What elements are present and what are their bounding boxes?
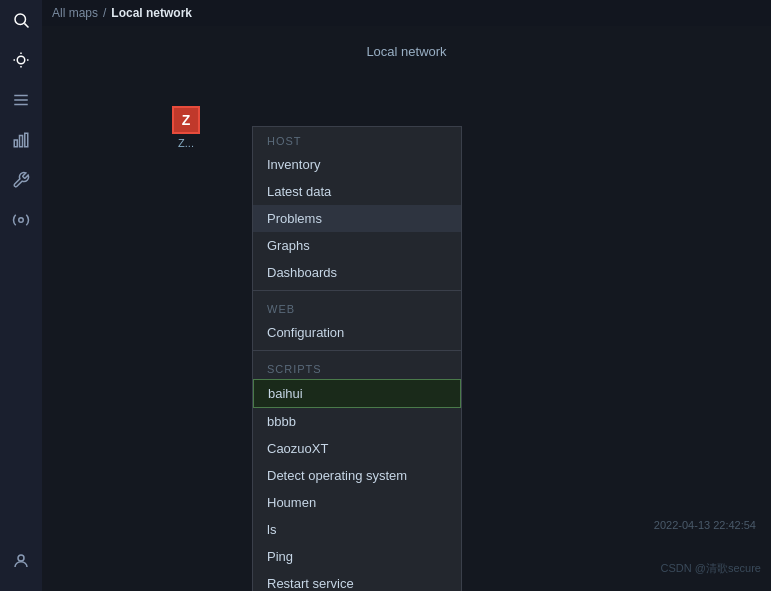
breadcrumb-separator: / xyxy=(103,6,106,20)
menu-item-houmen[interactable]: Houmen xyxy=(253,489,461,516)
svg-point-0 xyxy=(15,14,26,25)
sidebar-bottom xyxy=(0,541,42,581)
menu-item-latest-data[interactable]: Latest data xyxy=(253,178,461,205)
menu-item-ls[interactable]: ls xyxy=(253,516,461,543)
breadcrumb-current: Local network xyxy=(111,6,192,20)
main-area: Local network Z Z... HOST Inventory Late… xyxy=(42,26,771,591)
sidebar-item-charts[interactable] xyxy=(0,120,42,160)
menu-item-graphs[interactable]: Graphs xyxy=(253,232,461,259)
breadcrumb: All maps / Local network xyxy=(52,6,192,20)
web-section-header: Web xyxy=(253,295,461,319)
sidebar-item-list[interactable] xyxy=(0,80,42,120)
context-menu: HOST Inventory Latest data Problems Grap… xyxy=(252,126,462,591)
map-timestamp: 2022-04-13 22:42:54 xyxy=(654,519,756,531)
topbar: All maps / Local network xyxy=(42,0,771,26)
menu-item-problems[interactable]: Problems xyxy=(253,205,461,232)
sidebar-item-config[interactable] xyxy=(0,160,42,200)
svg-line-1 xyxy=(24,23,28,27)
sidebar-item-search[interactable] xyxy=(0,0,42,40)
sidebar xyxy=(0,0,42,591)
sidebar-item-monitoring[interactable] xyxy=(0,40,42,80)
svg-rect-6 xyxy=(14,140,17,147)
svg-point-10 xyxy=(18,555,24,561)
menu-item-restart-service[interactable]: Restart service xyxy=(253,570,461,591)
svg-point-2 xyxy=(17,56,25,64)
menu-item-bbbb[interactable]: bbbb xyxy=(253,408,461,435)
node-icon: Z xyxy=(172,106,200,134)
menu-divider-1 xyxy=(253,290,461,291)
menu-item-dashboards[interactable]: Dashboards xyxy=(253,259,461,286)
menu-item-configuration[interactable]: Configuration xyxy=(253,319,461,346)
menu-divider-2 xyxy=(253,350,461,351)
sidebar-item-user[interactable] xyxy=(0,541,42,581)
svg-point-9 xyxy=(19,218,24,223)
host-section-header: HOST xyxy=(253,127,461,151)
map-title: Local network xyxy=(42,26,771,59)
node-label: Z... xyxy=(178,137,194,149)
menu-item-ping[interactable]: Ping xyxy=(253,543,461,570)
menu-item-inventory[interactable]: Inventory xyxy=(253,151,461,178)
menu-item-detect-os[interactable]: Detect operating system xyxy=(253,462,461,489)
menu-item-baihui[interactable]: baihui xyxy=(253,379,461,408)
map-node[interactable]: Z Z... xyxy=(172,106,200,149)
svg-rect-8 xyxy=(25,133,28,147)
scripts-section-header: SCRIPTS xyxy=(253,355,461,379)
menu-item-caozuoxt[interactable]: CaozuoXT xyxy=(253,435,461,462)
svg-rect-7 xyxy=(20,136,23,147)
sidebar-item-admin[interactable] xyxy=(0,200,42,240)
watermark: CSDN @清歌secure xyxy=(661,561,761,576)
breadcrumb-parent[interactable]: All maps xyxy=(52,6,98,20)
